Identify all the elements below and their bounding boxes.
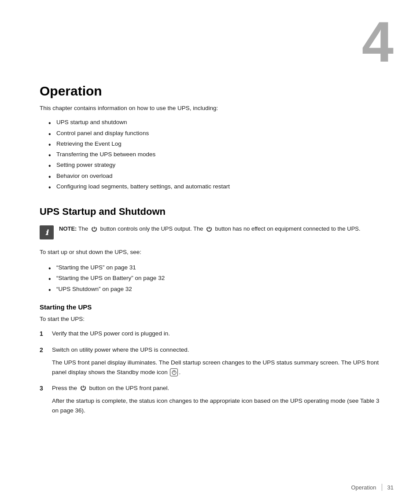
section1-links: “Starting the UPS” on page 31 “Starting … [48,262,380,294]
chapter-title: Operation [40,84,380,99]
footer-divider [382,484,382,491]
step-1: 1 Verify that the UPS power cord is plug… [40,329,380,338]
list-item: Retrieving the Event Log [48,139,380,149]
list-item: Transferring the UPS between modes [48,149,380,160]
footer-text: Operation 31 [351,484,394,491]
chapter-intro: This chapter contains information on how… [40,104,380,113]
page-footer: Operation 31 [0,484,420,491]
step-text-2: Switch on utility power where the UPS is… [52,346,189,353]
step-number-2: 2 [40,345,52,377]
list-item: Control panel and display functions [48,128,380,139]
power-icon-2 [206,226,213,233]
power-icon-1 [91,226,98,233]
list-item: “UPS Shutdown” on page 32 [48,284,380,294]
step-text-3a: Press the [52,385,79,391]
step-subpara-2: The UPS front panel display illuminates.… [52,358,380,377]
footer-page: 31 [387,484,394,491]
step-text-1: Verify that the UPS power cord is plugge… [52,330,170,337]
step-number-1: 1 [40,329,52,338]
power-icon-3 [80,385,87,392]
section1-intro: To start up or shut down the UPS, see: [40,247,380,257]
step-content-1: Verify that the UPS power cord is plugge… [52,329,380,338]
note-icon: ℹ [40,225,54,239]
note-box: ℹ NOTE: The button controls only the UPS… [40,224,380,239]
step-3: 3 Press the button on the UPS front pane… [40,383,380,416]
standby-mode-icon [170,368,178,376]
list-item: Behavior on overload [48,171,380,181]
numbered-steps: 1 Verify that the UPS power cord is plug… [40,329,380,415]
list-item: Configuring load segments, battery setti… [48,181,380,192]
chapter-bullets: UPS startup and shutdown Control panel a… [48,117,380,192]
list-item: “Starting the UPS” on page 31 [48,262,380,273]
subsection-title: Starting the UPS [40,303,380,311]
chapter-number: 4 [362,13,394,70]
note-label: NOTE: [59,225,77,232]
footer-section: Operation [351,484,376,491]
list-item: Setting power strategy [48,160,380,170]
list-item: “Starting the UPS on Battery” on page 32 [48,273,380,283]
step-2: 2 Switch on utility power where the UPS … [40,345,380,377]
step-content-3: Press the button on the UPS front panel.… [52,383,380,416]
step-content-2: Switch on utility power where the UPS is… [52,345,380,377]
step-number-3: 3 [40,383,52,416]
list-item: UPS startup and shutdown [48,117,380,128]
subsection-intro: To start the UPS: [40,314,380,324]
note-text: NOTE: The button controls only the UPS o… [59,224,380,233]
step-text-3b: button on the UPS front panel. [89,385,169,391]
step-subpara-3: After the startup is complete, the statu… [52,396,380,415]
section1-title: UPS Startup and Shutdown [40,206,380,217]
page-container: 4 Operation This chapter contains inform… [0,0,420,504]
